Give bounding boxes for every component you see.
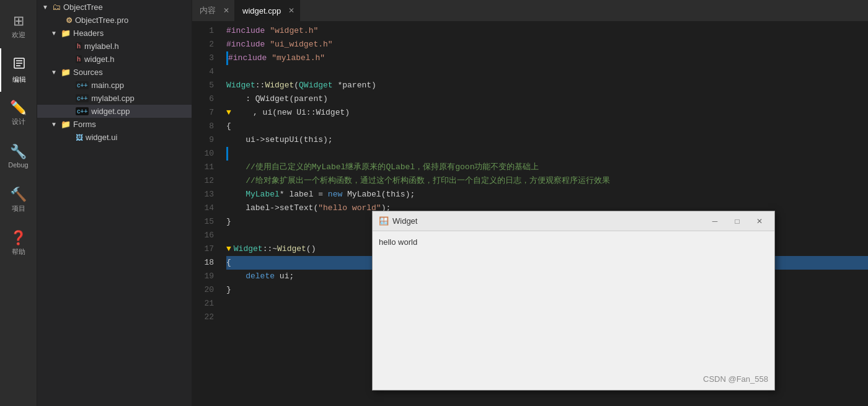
widget-title-text: Widget	[392, 216, 706, 226]
line-number-12: 12	[192, 174, 214, 188]
tab-bar: 内容 ✕ widget.cpp ✕	[192, 0, 868, 22]
tree-item-sources[interactable]: ▼ 📁 Sources	[37, 66, 192, 79]
line-number-21: 21	[192, 297, 214, 311]
expand-arrow-headers: ▼	[51, 30, 61, 37]
tree-item-objecttree-pro[interactable]: ⚙ ObjectTree.pro	[37, 14, 192, 27]
line-number-1: 1	[192, 24, 214, 38]
line-number-13: 13	[192, 188, 214, 201]
tree-label-widget-h: widget.h	[84, 55, 114, 64]
code-line-2: #include "ui_widget.h"	[226, 38, 868, 51]
code-line-12: //给对象扩展出一个析构函数，通过这个析构函数，打印出一个自定义的日志，方便观察…	[226, 174, 868, 188]
tree-item-forms[interactable]: ▼ 📁 Forms	[37, 118, 192, 131]
code-line-8: {	[226, 120, 868, 133]
activity-label-welcome: 欢迎	[12, 30, 25, 40]
restore-button[interactable]: □	[728, 214, 746, 228]
code-line-4	[226, 65, 868, 79]
expand-arrow-forms: ▼	[51, 121, 61, 128]
header-file-icon-1: h	[76, 42, 82, 50]
tree-label-objecttree: ObjectTree	[63, 2, 103, 12]
tree-label-main-cpp: main.cpp	[91, 81, 124, 90]
activity-label-debug: Debug	[8, 161, 28, 169]
watermark: CSDN @Fan_558	[703, 374, 768, 384]
activity-label-design: 设计	[12, 117, 25, 126]
window-controls: ─ □ ✕	[706, 214, 768, 228]
tree-label-widget-ui: widget.ui	[86, 133, 117, 142]
header-file-icon-2: h	[76, 55, 82, 63]
activity-item-welcome[interactable]: ⊞ 欢迎	[0, 5, 37, 48]
tree-item-main-cpp[interactable]: c++ main.cpp	[37, 79, 192, 92]
activity-item-project[interactable]: 🔨 项目	[0, 179, 37, 222]
code-line-6: : QWidget(parent)	[226, 92, 868, 106]
tree-item-widget-cpp[interactable]: c++ widget.cpp	[37, 105, 192, 118]
activity-item-design[interactable]: ✏️ 设计	[0, 92, 37, 135]
activity-label-edit: 编辑	[12, 75, 26, 84]
debug-icon: 🔧	[10, 145, 27, 159]
tree-item-widget-h[interactable]: h widget.h	[37, 53, 192, 66]
code-line-1: #include "widget.h"	[226, 24, 868, 38]
ui-file-icon: 🖼	[76, 133, 83, 142]
activity-label-help: 帮助	[12, 247, 25, 257]
tab-widget-cpp[interactable]: widget.cpp ✕	[235, 0, 300, 21]
expand-arrow-sources: ▼	[51, 69, 61, 76]
line-number-10: 10	[192, 147, 214, 161]
widget-title-icon: 🪟	[379, 216, 389, 226]
tree-item-headers[interactable]: ▼ 📁 Headers	[37, 27, 192, 40]
tree-label-sources: Sources	[73, 68, 103, 77]
activity-label-project: 项目	[12, 204, 25, 213]
minimize-button[interactable]: ─	[706, 214, 724, 228]
root-folder-icon: 🗂	[52, 2, 61, 12]
line-number-18: 18	[192, 256, 214, 270]
activity-item-help[interactable]: ❓ 帮助	[0, 222, 37, 265]
widget-preview-window: 🪟 Widget ─ □ ✕ hello world CSDN @Fan_558	[372, 211, 775, 391]
collapse-arrow-17[interactable]: ▼	[226, 242, 231, 256]
grid-icon: ⊞	[13, 14, 24, 28]
code-line-13: MyLabel* label = new MyLabel(this);	[226, 188, 868, 201]
cpp-file-icon-1: c++	[76, 81, 89, 89]
line-number-5: 5	[192, 79, 214, 92]
activity-item-debug[interactable]: 🔧 Debug	[0, 135, 37, 179]
expand-arrow-root: ▼	[42, 4, 52, 11]
design-icon: ✏️	[10, 101, 27, 115]
tab-label-widget-cpp: widget.cpp	[242, 6, 281, 15]
line-number-20: 20	[192, 283, 214, 297]
editor-area: 内容 ✕ widget.cpp ✕ 1234567891011121314151…	[192, 0, 868, 406]
tree-item-widget-ui[interactable]: 🖼 widget.ui	[37, 131, 192, 144]
tree-label-mylabel-cpp: mylabel.cpp	[91, 94, 134, 103]
headers-folder-icon: 📁	[61, 29, 71, 38]
tab-label-content: 内容	[200, 5, 216, 16]
line-number-14: 14	[192, 201, 214, 215]
line-number-7: 7	[192, 106, 214, 120]
line-number-22: 22	[192, 311, 214, 324]
line-number-6: 6	[192, 92, 214, 106]
line-number-11: 11	[192, 161, 214, 174]
cpp-file-icon-3: c++	[76, 107, 89, 115]
line-number-3: 3	[192, 51, 214, 65]
tree-item-mylabel-h[interactable]: h mylabel.h	[37, 40, 192, 53]
widget-hello-text: hello world	[379, 237, 417, 247]
line-numbers: 12345678910111213141516171819202122	[192, 22, 220, 406]
tab-close-content[interactable]: ✕	[223, 6, 229, 15]
tree-label-headers: Headers	[73, 29, 104, 38]
code-line-5: Widget::Widget(QWidget *parent)	[226, 79, 868, 92]
activity-item-edit[interactable]: 编辑	[0, 48, 37, 92]
code-line-3: #include "mylabel.h"	[226, 51, 868, 65]
line-number-15: 15	[192, 215, 214, 229]
line-number-2: 2	[192, 38, 214, 51]
widget-titlebar: 🪟 Widget ─ □ ✕	[373, 211, 774, 231]
pro-file-icon: ⚙	[66, 16, 73, 25]
close-button[interactable]: ✕	[751, 214, 768, 228]
cpp-file-icon-2: c++	[76, 94, 89, 102]
tree-item-objecttree-root[interactable]: ▼ 🗂 ObjectTree	[37, 0, 192, 14]
project-icon: 🔨	[10, 188, 27, 201]
tree-item-mylabel-cpp[interactable]: c++ mylabel.cpp	[37, 92, 192, 105]
tree-label-objecttree-pro: ObjectTree.pro	[75, 15, 128, 25]
tree-label-widget-cpp: widget.cpp	[91, 107, 130, 116]
line-number-19: 19	[192, 270, 214, 283]
tab-close-widget-cpp[interactable]: ✕	[288, 6, 294, 15]
code-line-11: //使用自己定义的MyLabel继承原来的QLabel，保持原有goon功能不变…	[226, 161, 868, 174]
activity-bar: ⊞ 欢迎 编辑 ✏️ 设计 🔧 Debug 🔨 项目 ❓ 帮助	[0, 0, 37, 406]
line-number-8: 8	[192, 120, 214, 133]
tab-content[interactable]: 内容 ✕	[192, 0, 235, 21]
collapse-arrow-7[interactable]: ▼	[226, 106, 231, 120]
widget-content: hello world	[373, 231, 774, 253]
